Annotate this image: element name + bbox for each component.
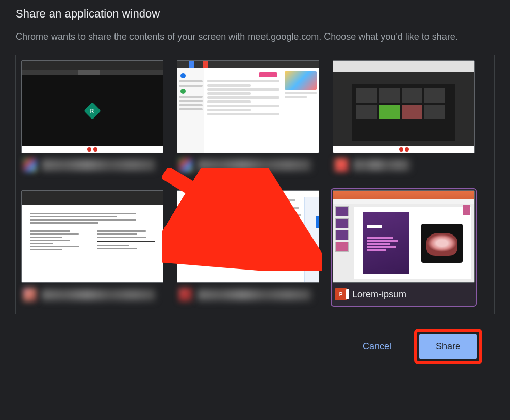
window-grid: R — [19, 58, 491, 307]
window-thumbnail: R — [21, 60, 163, 153]
window-thumbnail — [333, 190, 475, 283]
window-tile-spreadsheet[interactable] — [175, 188, 321, 307]
window-thumbnail — [21, 190, 163, 283]
window-label-redacted — [198, 159, 311, 171]
share-window-dialog: Share an application window Chrome wants… — [0, 0, 510, 364]
window-tile-mail[interactable] — [175, 58, 321, 177]
window-tile-powerpoint[interactable]: P Lorem-ipsum — [331, 188, 477, 307]
window-label-redacted — [42, 289, 155, 300]
app-icon — [179, 288, 192, 301]
window-thumbnail — [177, 60, 319, 153]
window-label: Lorem-ipsum — [352, 289, 406, 300]
window-label-redacted — [198, 289, 311, 300]
cancel-button[interactable]: Cancel — [349, 335, 405, 358]
window-label-redacted — [42, 159, 155, 171]
app-icon — [335, 158, 348, 172]
window-tile-document[interactable] — [19, 188, 166, 307]
window-thumbnail — [333, 60, 475, 153]
app-icon — [23, 158, 37, 172]
share-button[interactable]: Share — [419, 334, 477, 359]
window-tile-meet[interactable]: R — [19, 58, 166, 177]
window-label-redacted — [353, 159, 410, 171]
share-button-highlight: Share — [414, 329, 482, 364]
app-icon — [179, 158, 192, 172]
avatar-initial: R — [90, 108, 94, 114]
app-icon — [23, 288, 37, 301]
window-grid-container: R — [15, 55, 495, 314]
dialog-button-row: Cancel Share — [15, 314, 495, 364]
window-tile-editor[interactable] — [331, 58, 477, 177]
dialog-title: Share an application window — [15, 0, 495, 21]
window-thumbnail — [177, 190, 319, 283]
powerpoint-icon: P — [335, 288, 347, 300]
dialog-subtitle: Chrome wants to share the contents of yo… — [15, 30, 490, 43]
